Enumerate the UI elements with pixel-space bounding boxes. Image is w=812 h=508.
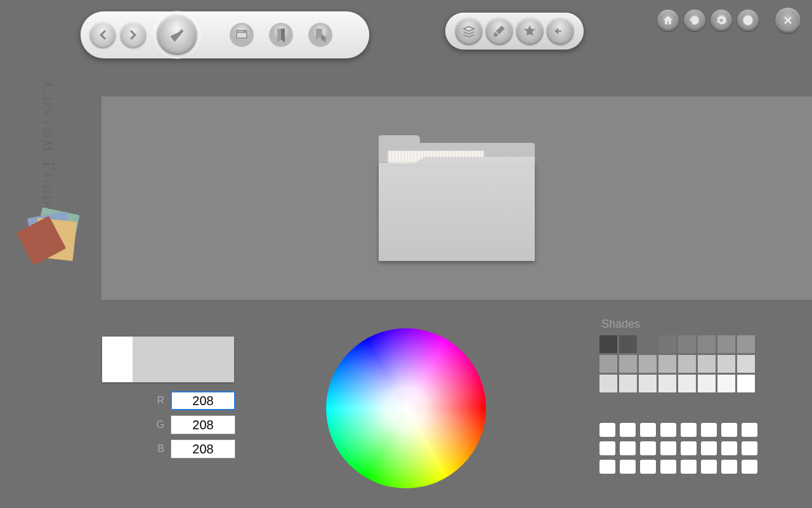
favorite-swatch[interactable] — [681, 423, 697, 437]
shade-swatch[interactable] — [639, 335, 657, 353]
favorite-swatch[interactable] — [599, 441, 615, 455]
window-mode-button[interactable] — [224, 17, 259, 53]
home-button[interactable] — [657, 10, 679, 31]
refresh-button[interactable] — [684, 10, 705, 31]
g-input[interactable] — [171, 415, 235, 434]
rgb-inputs: R G B — [155, 391, 235, 458]
shade-swatch[interactable] — [678, 355, 696, 373]
tool-toolbar — [445, 13, 584, 50]
star-button[interactable] — [516, 17, 544, 45]
refresh-icon — [689, 15, 700, 26]
favorite-swatch[interactable] — [681, 441, 697, 455]
shade-swatch[interactable] — [599, 355, 617, 373]
forward-button[interactable] — [120, 22, 147, 48]
shade-swatch[interactable] — [678, 335, 696, 353]
favorite-swatch[interactable] — [620, 423, 636, 437]
shade-swatch[interactable] — [698, 375, 716, 392]
g-label: G — [155, 419, 164, 431]
folder-preview — [379, 135, 535, 261]
favorite-swatch[interactable] — [742, 441, 757, 455]
shade-swatch[interactable] — [619, 335, 637, 353]
arrow-right-icon — [126, 28, 140, 42]
help-icon — [742, 15, 754, 26]
layers-button[interactable] — [455, 17, 483, 45]
shade-swatch[interactable] — [619, 375, 637, 392]
apply-button[interactable] — [157, 15, 197, 55]
r-input[interactable] — [171, 391, 235, 410]
favorite-swatch[interactable] — [701, 423, 717, 437]
favorite-swatch[interactable] — [701, 460, 717, 474]
favorite-swatch[interactable] — [620, 460, 636, 474]
window-icon — [229, 22, 254, 48]
back-button[interactable] — [89, 22, 116, 48]
shade-swatch[interactable] — [599, 335, 617, 353]
favorite-swatch[interactable] — [599, 460, 615, 474]
bookmark-cursor-icon — [308, 22, 333, 48]
shade-swatch[interactable] — [717, 375, 735, 392]
shade-swatch[interactable] — [698, 355, 716, 373]
svg-point-7 — [242, 31, 243, 32]
main-toolbar — [81, 11, 369, 58]
shades-grid — [599, 335, 755, 392]
svg-point-1 — [747, 22, 749, 23]
r-label: R — [155, 395, 164, 406]
favorite-swatch[interactable] — [660, 441, 676, 455]
help-button[interactable] — [737, 10, 759, 31]
shade-swatch[interactable] — [698, 335, 716, 353]
shade-swatch[interactable] — [599, 375, 617, 392]
undo-icon — [553, 24, 567, 38]
arrow-left-icon — [96, 28, 110, 42]
favorite-swatch[interactable] — [620, 441, 636, 455]
favorite-swatch[interactable] — [640, 423, 656, 437]
svg-point-5 — [238, 31, 239, 32]
system-buttons — [657, 8, 801, 33]
bookmark-button[interactable] — [263, 17, 299, 53]
shade-swatch[interactable] — [717, 335, 735, 353]
favorite-swatch[interactable] — [701, 441, 717, 455]
brush-button[interactable] — [485, 17, 513, 45]
bookmark-select-button[interactable] — [303, 17, 338, 53]
favorite-swatch[interactable] — [640, 460, 656, 474]
star-outline-icon — [523, 24, 537, 38]
shade-swatch[interactable] — [737, 355, 755, 373]
favorite-swatch[interactable] — [599, 423, 615, 437]
favorite-swatch[interactable] — [721, 460, 737, 474]
close-icon — [782, 14, 794, 27]
current-color-swatch[interactable] — [133, 337, 234, 382]
shade-swatch[interactable] — [639, 355, 657, 373]
shade-swatch[interactable] — [639, 375, 657, 392]
close-button[interactable] — [775, 8, 801, 33]
settings-button[interactable] — [710, 10, 732, 31]
shade-swatch[interactable] — [678, 375, 696, 392]
b-label: B — [155, 443, 164, 455]
shade-swatch[interactable] — [737, 335, 755, 353]
preview-panel — [102, 97, 812, 300]
shade-swatch[interactable] — [658, 335, 676, 353]
previous-color-swatch[interactable] — [102, 337, 133, 382]
favorite-swatch[interactable] — [721, 423, 737, 437]
b-input[interactable] — [171, 439, 235, 458]
svg-rect-4 — [237, 33, 246, 37]
favorite-swatch[interactable] — [742, 460, 757, 474]
brush-icon — [492, 24, 506, 38]
favorites-grid — [599, 423, 757, 474]
check-icon — [167, 25, 187, 44]
favorite-swatch[interactable] — [660, 423, 676, 437]
undo-button[interactable] — [546, 17, 574, 45]
shade-swatch[interactable] — [658, 355, 676, 373]
favorite-swatch[interactable] — [721, 441, 737, 455]
color-swatch-compare — [102, 337, 234, 382]
bookmark-icon — [268, 22, 294, 48]
favorite-swatch[interactable] — [742, 423, 757, 437]
shades-label: Shades — [601, 318, 640, 331]
app-logo — [19, 203, 89, 273]
svg-point-6 — [240, 31, 241, 32]
favorite-swatch[interactable] — [660, 460, 676, 474]
color-wheel[interactable] — [326, 328, 486, 488]
shade-swatch[interactable] — [619, 355, 637, 373]
shade-swatch[interactable] — [658, 375, 676, 392]
favorite-swatch[interactable] — [681, 460, 697, 474]
shade-swatch[interactable] — [717, 355, 735, 373]
favorite-swatch[interactable] — [640, 441, 656, 455]
shade-swatch[interactable] — [737, 375, 755, 392]
